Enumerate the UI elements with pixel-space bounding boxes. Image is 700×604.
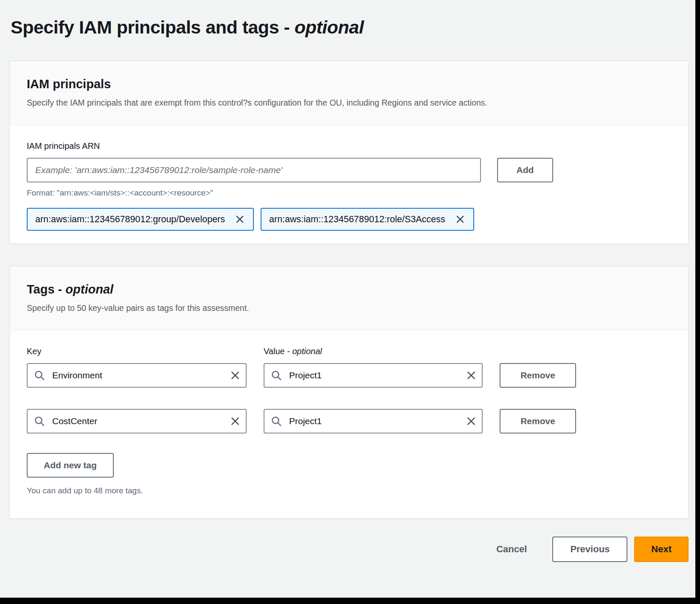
tags-card-header: Tags - optional Specify up to 50 key-val… (10, 266, 688, 330)
page-title-separator: - (279, 17, 295, 37)
add-arn-button[interactable]: Add (497, 158, 553, 182)
arn-token-label: arn:aws:iam::123456789012:group/Develope… (35, 214, 225, 225)
empty-column-label (500, 347, 576, 356)
clear-value-button[interactable] (466, 370, 477, 381)
screenshot-torn-edge-right (695, 0, 700, 604)
value-label-text: Value (264, 347, 285, 356)
arn-input-row: Add (27, 158, 671, 182)
remove-tag-button[interactable]: Remove (500, 363, 576, 388)
tag-key-input[interactable] (27, 363, 247, 388)
value-label-optional: optional (292, 347, 322, 356)
tag-key-field (27, 409, 247, 433)
value-column-label: Value - optional (264, 347, 483, 356)
clear-value-button[interactable] (466, 416, 477, 427)
remove-tag-button[interactable]: Remove (500, 409, 576, 433)
tag-value-field (264, 363, 483, 388)
close-icon (230, 416, 241, 427)
tags-remaining-hint: You can add up to 48 more tags. (27, 486, 671, 495)
previous-button[interactable]: Previous (552, 537, 627, 562)
close-icon (235, 214, 245, 224)
arn-token: arn:aws:iam::123456789012:role/S3Access (261, 208, 474, 231)
close-icon (466, 416, 477, 427)
tags-card: Tags - optional Specify up to 50 key-val… (9, 266, 689, 519)
tags-description: Specify up to 50 key-value pairs as tags… (27, 303, 671, 313)
tags-heading-optional: optional (65, 282, 113, 296)
tag-value-input[interactable] (264, 363, 483, 388)
tag-value-field (264, 409, 483, 433)
arn-field-label: IAM principals ARN (27, 141, 671, 151)
next-button[interactable]: Next (634, 537, 689, 562)
clear-key-button[interactable] (230, 370, 241, 381)
key-column-label: Key (27, 347, 247, 356)
iam-principals-card: IAM principals Specify the IAM principal… (9, 61, 689, 244)
close-icon (455, 214, 465, 224)
screenshot-torn-edge-bottom (0, 598, 700, 604)
page-title: Specify IAM principals and tags - option… (11, 17, 700, 38)
tag-key-input[interactable] (27, 409, 247, 433)
close-icon (466, 370, 477, 381)
arn-token-dismiss-button[interactable] (455, 214, 466, 225)
value-label-separator: - (285, 347, 292, 356)
iam-principals-heading: IAM principals (27, 77, 671, 91)
tags-rows: Remove Remove (27, 363, 671, 433)
arn-token-label: arn:aws:iam::123456789012:role/S3Access (269, 214, 445, 225)
arn-format-hint: Format: "arn:aws:<iam/sts>::<account>:<r… (27, 188, 671, 198)
wizard-footer: Cancel Previous Next (0, 537, 689, 562)
tags-heading-separator: - (55, 282, 66, 296)
tags-card-body: Key Value - optional Remove (10, 330, 688, 518)
arn-input[interactable] (27, 158, 481, 182)
cancel-button[interactable]: Cancel (496, 544, 527, 555)
tag-key-field (27, 363, 247, 388)
iam-principals-description: Specify the IAM principals that are exem… (27, 98, 671, 108)
tags-heading-text: Tags (27, 282, 55, 296)
clear-key-button[interactable] (230, 416, 241, 427)
arn-token-list: arn:aws:iam::123456789012:group/Develope… (27, 208, 671, 231)
tags-heading: Tags - optional (27, 282, 671, 296)
page-title-optional: optional (295, 17, 364, 37)
tags-column-labels: Key Value - optional (27, 347, 671, 356)
arn-token: arn:aws:iam::123456789012:group/Develope… (27, 208, 254, 231)
add-new-tag-button[interactable]: Add new tag (27, 453, 114, 478)
iam-principals-card-header: IAM principals Specify the IAM principal… (10, 61, 688, 125)
tag-value-input[interactable] (264, 409, 483, 433)
close-icon (230, 370, 241, 381)
arn-token-dismiss-button[interactable] (234, 214, 245, 225)
iam-principals-card-body: IAM principals ARN Add Format: "arn:aws:… (10, 125, 688, 243)
page-title-text: Specify IAM principals and tags (11, 17, 279, 37)
